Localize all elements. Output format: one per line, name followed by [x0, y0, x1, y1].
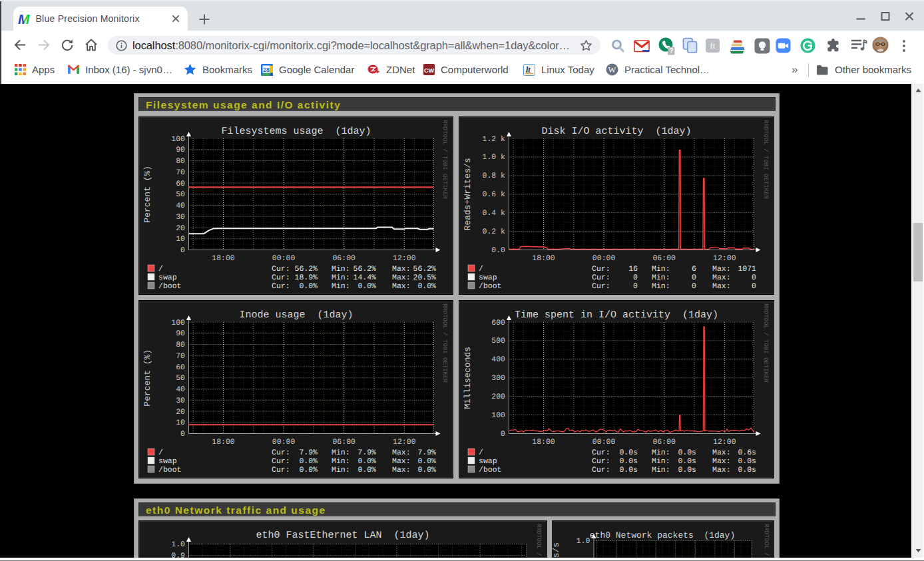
svg-text:Cur:: Cur: — [592, 466, 610, 474]
svg-text:18:00: 18:00 — [532, 438, 555, 447]
svg-text:Min:: Min: — [652, 466, 670, 474]
svg-text:0.0s: 0.0s — [738, 457, 756, 466]
svg-text:Max:: Max: — [392, 282, 411, 291]
svg-text:0.2 k: 0.2 k — [482, 228, 505, 236]
svg-text:12:00: 12:00 — [713, 438, 736, 447]
svg-text:0.0s: 0.0s — [678, 457, 696, 466]
svg-text:10: 10 — [176, 419, 185, 427]
svg-text:14.4%: 14.4% — [353, 274, 376, 282]
svg-text:7.9%: 7.9% — [417, 449, 436, 457]
svg-text:56.2%: 56.2% — [294, 265, 318, 274]
svg-text:Max:: Max: — [712, 282, 731, 291]
svg-text:0: 0 — [692, 282, 696, 291]
svg-text:0: 0 — [180, 430, 185, 439]
svg-text:50: 50 — [176, 374, 185, 383]
svg-text:/: / — [479, 265, 483, 274]
svg-text:06:00: 06:00 — [332, 254, 355, 263]
svg-text:0.0%: 0.0% — [299, 457, 318, 466]
svg-text:28: 28 — [263, 66, 270, 73]
svg-text:00:00: 00:00 — [272, 254, 295, 263]
svg-text:CW: CW — [424, 67, 434, 74]
svg-text:0.0%: 0.0% — [299, 282, 318, 291]
svg-text:0: 0 — [633, 274, 638, 282]
svg-text:Disk I/O activity (1day): Disk I/O activity (1day) — [541, 126, 691, 137]
svg-text:Min:: Min: — [652, 274, 670, 282]
svg-text:70: 70 — [176, 351, 185, 360]
svg-text:300: 300 — [491, 374, 505, 383]
svg-text:swap: swap — [479, 457, 497, 466]
svg-text:0.0s: 0.0s — [619, 457, 638, 466]
svg-text:Max:: Max: — [712, 449, 731, 457]
svg-text:100: 100 — [171, 135, 185, 144]
svg-text:Cur:: Cur: — [592, 282, 610, 291]
svg-text:30: 30 — [176, 396, 185, 405]
svg-text:Min:: Min: — [332, 274, 350, 282]
svg-text:600: 600 — [491, 318, 505, 327]
svg-text:40: 40 — [176, 385, 185, 394]
svg-text:40: 40 — [176, 202, 185, 210]
svg-text:70: 70 — [176, 168, 185, 177]
svg-text:0.0: 0.0 — [491, 246, 505, 255]
svg-text:Min:: Min: — [332, 282, 350, 291]
svg-text:swap: swap — [158, 457, 177, 466]
svg-text:Time spent in I/O activity (1: Time spent in I/O activity (1day) — [515, 309, 718, 321]
svg-text:Cur:: Cur: — [272, 466, 290, 474]
svg-text:Min:: Min: — [332, 265, 350, 274]
svg-text:Milliseconds: Milliseconds — [463, 346, 473, 409]
svg-text:0.0%: 0.0% — [299, 466, 318, 474]
svg-text:Max:: Max: — [392, 274, 411, 282]
svg-text:30: 30 — [176, 213, 185, 222]
svg-text:0: 0 — [752, 282, 756, 291]
svg-text:20: 20 — [176, 407, 185, 416]
svg-text:/boot: /boot — [158, 466, 182, 474]
svg-text:Reads+Writes/s: Reads+Writes/s — [463, 158, 473, 230]
svg-text:80: 80 — [176, 157, 185, 166]
svg-text:0: 0 — [180, 246, 185, 255]
svg-text:06:00: 06:00 — [652, 438, 676, 447]
svg-text:RRDTOOL / TOBI OETIKER: RRDTOOL / TOBI OETIKER — [535, 524, 542, 558]
svg-text:?: ? — [669, 47, 673, 55]
svg-text:/: / — [479, 449, 483, 457]
svg-text:1071: 1071 — [738, 265, 756, 274]
svg-text:RRDTOOL / TOBI OETIKER: RRDTOOL / TOBI OETIKER — [441, 120, 448, 199]
svg-text:Min:: Min: — [332, 449, 350, 457]
svg-text:Inode usage (1day): Inode usage (1day) — [239, 309, 353, 321]
svg-text:0.6s: 0.6s — [738, 449, 756, 457]
svg-text:100: 100 — [491, 411, 505, 420]
svg-text:00:00: 00:00 — [592, 254, 616, 263]
svg-text:Min:: Min: — [332, 457, 350, 466]
svg-text:ft: ft — [710, 42, 716, 50]
svg-text:swap: swap — [479, 274, 497, 282]
svg-text:swap: swap — [158, 274, 177, 282]
svg-text:500: 500 — [491, 337, 505, 345]
svg-text:RRDTOOL / TOBI OETIKER: RRDTOOL / TOBI OETIKER — [762, 120, 769, 199]
svg-text:0: 0 — [633, 282, 638, 291]
svg-text:Percent (%): Percent (%) — [142, 166, 152, 223]
svg-text:Percent (%): Percent (%) — [142, 349, 152, 406]
svg-text:/boot: /boot — [158, 282, 182, 291]
svg-text:RRDTOOL / TOBI OETIKER: RRDTOOL / TOBI OETIKER — [763, 524, 770, 558]
svg-text:Max:: Max: — [392, 457, 411, 466]
svg-text:/boot: /boot — [479, 466, 502, 474]
svg-text:56.2%: 56.2% — [413, 265, 436, 274]
svg-text:M: M — [18, 11, 30, 27]
svg-text:Min:: Min: — [652, 282, 670, 291]
svg-text:Min:: Min: — [652, 457, 670, 466]
svg-text:90: 90 — [176, 329, 185, 338]
svg-text:1.0 k: 1.0 k — [482, 153, 505, 162]
svg-text:0.0%: 0.0% — [357, 457, 376, 466]
svg-text:Max:: Max: — [392, 466, 411, 474]
svg-text:Cur:: Cur: — [592, 274, 610, 282]
svg-text:1.0: 1.0 — [577, 537, 590, 546]
svg-text:Max:: Max: — [712, 457, 731, 466]
svg-text:Min:: Min: — [652, 265, 670, 274]
svg-text:200: 200 — [491, 393, 505, 401]
svg-text:0.0%: 0.0% — [357, 282, 376, 291]
svg-text:Cur:: Cur: — [592, 449, 610, 457]
svg-text:7.9%: 7.9% — [357, 449, 376, 457]
svg-text:RRDTOOL / TOBI OETIKER: RRDTOOL / TOBI OETIKER — [762, 303, 769, 383]
svg-text:06:00: 06:00 — [652, 254, 676, 263]
svg-text:18.9%: 18.9% — [294, 274, 318, 282]
svg-text:400: 400 — [491, 355, 505, 364]
svg-text:Cur:: Cur: — [592, 457, 610, 466]
